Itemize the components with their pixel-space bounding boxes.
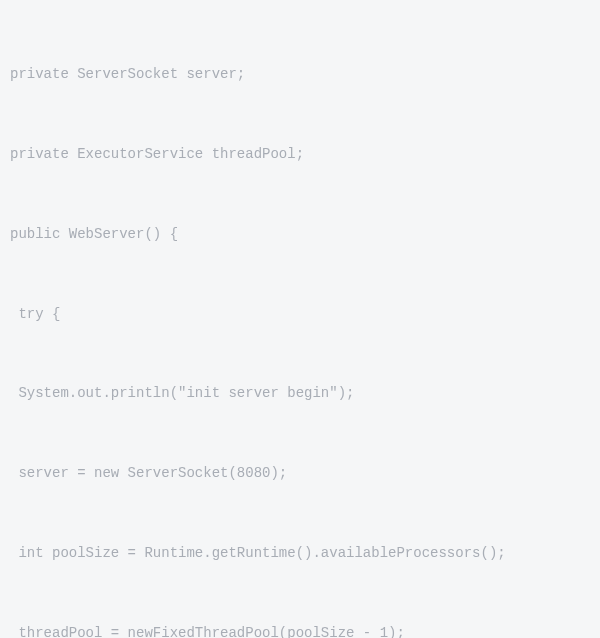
code-line: server = new ServerSocket(8080); [10,460,590,487]
code-line: try { [10,301,590,328]
code-line: System.out.println("init server begin"); [10,380,590,407]
code-line: threadPool = newFixedThreadPool(poolSize… [10,620,590,638]
code-block: private ServerSocket server; private Exe… [10,8,590,638]
code-line: private ServerSocket server; [10,61,590,88]
code-line: public WebServer() { [10,221,590,248]
code-line: private ExecutorService threadPool; [10,141,590,168]
code-line: int poolSize = Runtime.getRuntime().avai… [10,540,590,567]
